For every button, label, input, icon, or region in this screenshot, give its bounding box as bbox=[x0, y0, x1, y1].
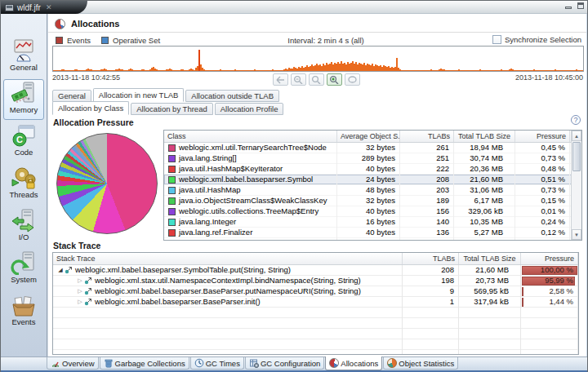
tab-allocation-profile[interactable]: Allocation Profile bbox=[215, 103, 284, 115]
class-table-row[interactable]: weblogic.utils.collections.TreeMap$Entry… bbox=[164, 206, 581, 217]
empty-row bbox=[53, 329, 578, 339]
class-color-swatch bbox=[168, 176, 176, 184]
synchronize-checkbox[interactable] bbox=[492, 35, 501, 44]
zoom-range-button[interactable] bbox=[309, 73, 324, 86]
jfr-file-icon bbox=[5, 4, 14, 11]
class-table-row[interactable]: java.util.HashMap$KeyIterator40 bytes222… bbox=[164, 164, 581, 175]
zoom-reset-button[interactable] bbox=[345, 73, 360, 86]
stack-trace-row[interactable]: ◢weblogic.xml.babel.baseparser.SymbolTab… bbox=[53, 265, 578, 276]
expanded-icon[interactable]: ◢ bbox=[56, 265, 65, 275]
class-table-header: ClassAverage Object S...TLABsTotal TLAB … bbox=[164, 131, 581, 143]
class-color-swatch bbox=[168, 208, 176, 215]
collapsed-icon[interactable]: ▷ bbox=[76, 297, 84, 307]
allocation-pie-chart[interactable] bbox=[56, 133, 158, 234]
pressure-bar bbox=[522, 287, 523, 296]
allocations-icon bbox=[55, 19, 65, 29]
bottom-tab-gc-times[interactable]: GC Times bbox=[190, 357, 244, 370]
class-color-swatch bbox=[168, 155, 176, 162]
class-color-swatch bbox=[168, 197, 176, 205]
column-header[interactable]: Total TLAB Size bbox=[454, 131, 515, 142]
bottom-tab-bar: OverviewGarbage CollectionsGC TimesGC Co… bbox=[1, 356, 587, 370]
column-header[interactable]: Class bbox=[164, 131, 337, 142]
minimize-icon[interactable] bbox=[565, 2, 572, 10]
scrollbar-thumb[interactable] bbox=[572, 142, 581, 171]
column-header[interactable]: TLABs bbox=[400, 131, 454, 142]
empty-row bbox=[53, 318, 578, 329]
class-table-scrollbar[interactable]: ▲ ▼ bbox=[571, 131, 581, 240]
nav-back-button[interactable] bbox=[273, 73, 288, 86]
class-table-row[interactable] bbox=[164, 238, 581, 241]
events-label: Events bbox=[67, 36, 91, 45]
bottom-tab-garbage-collections[interactable]: Garbage Collections bbox=[100, 357, 189, 370]
bottom-tab-overview[interactable]: Overview bbox=[47, 357, 99, 370]
sidebar-item-io[interactable]: I/O bbox=[3, 206, 44, 247]
tab-allocation-outside-tlab[interactable]: Allocation outside TLAB bbox=[185, 90, 279, 102]
class-table-row[interactable]: weblogic.xml.babel.baseparser.Symbol24 b… bbox=[164, 175, 581, 185]
sidebar-item-events[interactable]: Events bbox=[3, 291, 44, 332]
bottom-tab-allocations[interactable]: Allocations bbox=[325, 356, 382, 370]
tab-allocation-in-new-tlab[interactable]: Allocation in new TLAB bbox=[93, 88, 185, 102]
synchronize-label: Synchronize Selection bbox=[505, 35, 581, 44]
sidebar: GeneralMemoryCCodeThreadsI/OSystemEvents bbox=[1, 14, 47, 356]
column-header[interactable]: Total TLAB Size bbox=[459, 253, 521, 264]
restore-icon[interactable] bbox=[577, 2, 584, 10]
page-title: Allocations bbox=[71, 19, 119, 29]
bottom-tab-object-statistics[interactable]: Object Statistics bbox=[383, 357, 458, 370]
editor-tab-wldf[interactable]: wldf.jfr ✕ bbox=[1, 1, 87, 14]
zoom-out-button[interactable] bbox=[291, 73, 306, 86]
class-table-row[interactable]: java.lang.String[]289 bytes25130,74 MB0,… bbox=[164, 153, 581, 164]
sidebar-item-system[interactable]: System bbox=[3, 249, 44, 290]
class-table-row[interactable]: java.lang.Integer16 bytes14010,35 MB0,24… bbox=[164, 217, 581, 228]
synchronize-selection[interactable]: Synchronize Selection bbox=[492, 35, 581, 44]
column-header[interactable]: TLABs bbox=[403, 253, 459, 264]
sidebar-item-general[interactable]: General bbox=[3, 37, 44, 78]
collapsed-icon[interactable]: ▷ bbox=[76, 276, 84, 286]
bottom-tab-gc-configuration[interactable]: GC Configuration bbox=[245, 357, 324, 370]
class-cell: java.lang.Integer bbox=[164, 217, 337, 228]
sidebar-item-memory[interactable]: Memory bbox=[3, 79, 44, 120]
close-icon[interactable]: ✕ bbox=[46, 3, 52, 11]
method-cell: ▷weblogic.xml.stax.util.NamespaceContext… bbox=[53, 276, 403, 286]
scrollbar-track[interactable] bbox=[572, 172, 581, 229]
svg-text:C: C bbox=[16, 135, 23, 144]
column-header[interactable]: Stack Trace bbox=[53, 253, 403, 264]
gctimes-icon bbox=[194, 358, 204, 368]
tab-allocation-by-class[interactable]: Allocation by Class bbox=[52, 101, 129, 115]
class-table-row[interactable]: java.io.ObjectStreamClass$WeakClassKey32… bbox=[164, 196, 581, 206]
gc-icon bbox=[104, 358, 114, 368]
events-swatch bbox=[56, 37, 63, 44]
tab-general[interactable]: General bbox=[52, 90, 91, 102]
collapsed-icon[interactable]: ▷ bbox=[76, 286, 84, 296]
stack-trace-row[interactable]: ▷weblogic.xml.babel.baseparser.BaseParse… bbox=[53, 297, 578, 308]
class-table-row[interactable]: weblogic.xml.util.TernarySearchTree$Node… bbox=[164, 143, 581, 153]
editor-tabstrip: wldf.jfr ✕ bbox=[1, 1, 587, 14]
zoom-out-icon bbox=[293, 73, 304, 87]
class-color-swatch bbox=[168, 187, 176, 194]
tlab-tabs: GeneralAllocation in new TLABAllocation … bbox=[52, 88, 281, 102]
sidebar-item-code[interactable]: CCode bbox=[3, 122, 44, 162]
column-header[interactable]: Average Object S... bbox=[337, 131, 400, 142]
class-table-row[interactable]: java.lang.ref.Finalizer40 bytes1365,27 M… bbox=[164, 228, 581, 238]
class-cell: weblogic.utils.collections.TreeMap$Entry bbox=[164, 206, 337, 217]
scroll-down-icon[interactable]: ▼ bbox=[572, 229, 581, 240]
class-cell: java.util.HashMap$KeyIterator bbox=[164, 164, 337, 175]
tab-allocation-by-thread[interactable]: Allocation by Thread bbox=[131, 103, 212, 115]
sidebar-item-threads[interactable]: Threads bbox=[3, 164, 44, 205]
scroll-up-icon[interactable]: ▲ bbox=[572, 131, 581, 141]
system-icon bbox=[11, 250, 37, 275]
column-header[interactable]: Pressure bbox=[515, 131, 570, 142]
class-cell: java.util.HashMap bbox=[164, 185, 337, 196]
stack-trace-row[interactable]: ▷weblogic.xml.stax.util.NamespaceContext… bbox=[53, 276, 578, 286]
timeline-chart[interactable] bbox=[52, 46, 584, 72]
stack-trace-row[interactable]: ▷weblogic.xml.babel.baseparser.BaseParse… bbox=[53, 286, 578, 297]
method-cell: ▷weblogic.xml.babel.baseparser.BaseParse… bbox=[53, 297, 403, 308]
allocation-view-tabs: Allocation by ClassAllocation by ThreadA… bbox=[52, 101, 285, 115]
zoom-in-button[interactable] bbox=[327, 73, 342, 86]
class-table-row[interactable]: java.util.HashMap48 bytes20331,06 MB0,73… bbox=[164, 185, 581, 196]
class-color-swatch bbox=[168, 144, 176, 152]
column-header[interactable]: Pressure bbox=[521, 253, 578, 264]
help-icon[interactable]: ? bbox=[571, 115, 581, 125]
allocation-pressure-title: Allocation Pressure bbox=[53, 117, 134, 127]
class-cell: java.io.ObjectStreamClass$WeakClassKey bbox=[164, 196, 337, 206]
class-color-swatch bbox=[168, 240, 176, 241]
